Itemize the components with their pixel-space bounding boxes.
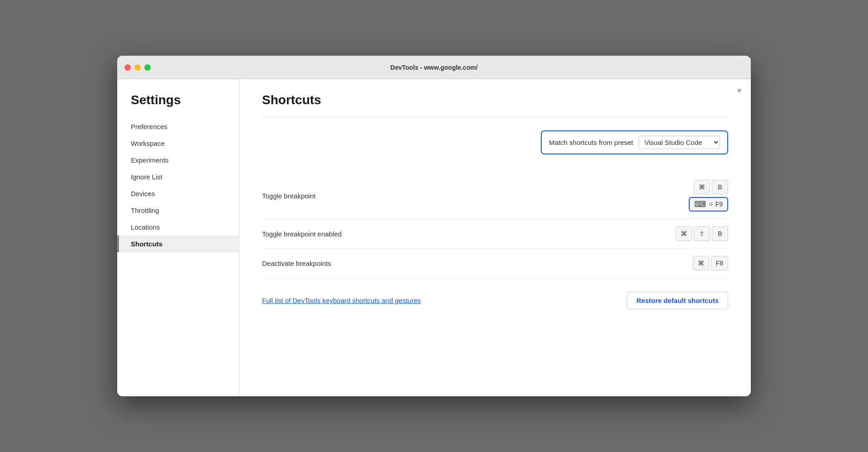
shortcut-keys: ⌘ F8 <box>693 256 728 270</box>
sidebar-item-workspace[interactable]: Workspace <box>117 135 239 152</box>
window-body: × Settings Preferences Workspace Experim… <box>117 79 751 396</box>
key-badge-f8: F8 <box>711 256 728 270</box>
shortcut-keys: ⌘ B ⌨ ↺ F9 <box>689 180 728 212</box>
key-badge-keyboard-f9: ⌨ ↺ F9 <box>689 197 728 212</box>
close-button[interactable] <box>124 64 131 71</box>
shortcut-row-toggle-breakpoint-enabled: Toggle breakpoint enabled ⌘ ⇧ B <box>262 219 728 249</box>
restore-defaults-button[interactable]: Restore default shortcuts <box>627 292 728 309</box>
sidebar-heading: Settings <box>117 93 239 118</box>
maximize-button[interactable] <box>144 64 151 71</box>
sidebar-item-experiments[interactable]: Experiments <box>117 152 239 168</box>
key-combo-f9: ⌨ ↺ F9 <box>689 197 728 212</box>
window-title: DevTools - www.google.com/ <box>391 64 478 71</box>
page-title: Shortcuts <box>262 93 728 107</box>
window-controls <box>124 64 151 71</box>
minimize-button[interactable] <box>134 64 141 71</box>
key-badge-cmd: ⌘ <box>694 180 710 194</box>
key-combo-cmd-shift-b: ⌘ ⇧ B <box>676 226 728 241</box>
main-content: Shortcuts Match shortcuts from preset Vi… <box>239 79 751 396</box>
shortcuts-link[interactable]: Full list of DevTools keyboard shortcuts… <box>262 297 421 304</box>
key-combo-cmd-b: ⌘ B <box>694 180 728 194</box>
sidebar: Settings Preferences Workspace Experimen… <box>117 79 239 396</box>
sidebar-item-preferences[interactable]: Preferences <box>117 118 239 135</box>
key-badge-b: B <box>712 226 728 241</box>
key-combo-cmd-f8: ⌘ F8 <box>693 256 728 270</box>
keyboard-shortcut-icon: ⌨ <box>694 199 706 209</box>
close-x-button[interactable]: × <box>737 87 742 95</box>
preset-select[interactable]: Visual Studio Code Default <box>639 136 720 149</box>
remap-icon: ↺ <box>709 202 713 207</box>
shortcut-name: Deactivate breakpoints <box>262 260 684 267</box>
key-badge-cmd: ⌘ <box>676 226 692 241</box>
key-f9: F9 <box>715 201 723 208</box>
sidebar-item-shortcuts[interactable]: Shortcuts <box>117 236 239 252</box>
titlebar: DevTools - www.google.com/ <box>117 56 751 79</box>
shortcut-row-toggle-breakpoint: Toggle breakpoint ⌘ B ⌨ ↺ F9 <box>262 173 728 219</box>
shortcut-name: Toggle breakpoint <box>262 192 680 200</box>
shortcut-row-deactivate-breakpoints: Deactivate breakpoints ⌘ F8 <box>262 249 728 278</box>
shortcut-name: Toggle breakpoint enabled <box>262 230 667 238</box>
section-divider <box>262 116 728 117</box>
preset-label: Match shortcuts from preset <box>549 139 633 146</box>
devtools-window: DevTools - www.google.com/ × Settings Pr… <box>117 56 751 396</box>
preset-row: Match shortcuts from preset Visual Studi… <box>262 130 728 154</box>
sidebar-item-throttling[interactable]: Throttling <box>117 202 239 219</box>
sidebar-item-devices[interactable]: Devices <box>117 185 239 202</box>
shortcut-keys: ⌘ ⇧ B <box>676 226 728 241</box>
preset-container: Match shortcuts from preset Visual Studi… <box>541 130 728 154</box>
footer-row: Full list of DevTools keyboard shortcuts… <box>262 292 728 309</box>
key-badge-shift: ⇧ <box>694 226 710 241</box>
key-badge-b: B <box>712 180 728 194</box>
key-badge-cmd: ⌘ <box>693 256 709 270</box>
sidebar-item-locations[interactable]: Locations <box>117 219 239 236</box>
sidebar-item-ignore-list[interactable]: Ignore List <box>117 168 239 185</box>
